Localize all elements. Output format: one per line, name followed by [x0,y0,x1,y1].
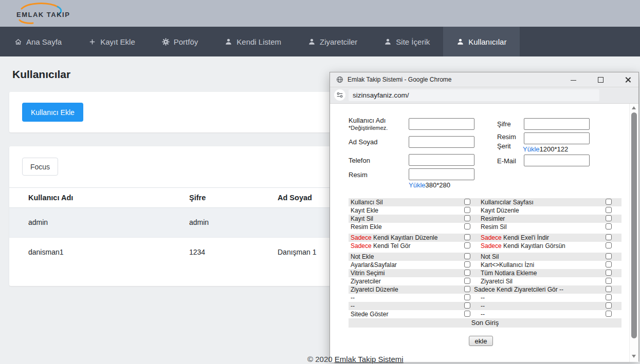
permission-label: Kullanıcı Sil [351,198,383,206]
cell-fullname: Danışman 1 [278,248,316,256]
popup-title-bar[interactable]: Emlak Takip Sistemi - Google Chrome [330,72,638,87]
permission-label: Sadece Kendi Ziyaretcileri Gör -- [474,285,563,294]
user-icon [456,38,464,46]
permission-row: Kayıt Ekle Kayıt Düzenle [349,206,621,215]
permission-checkbox[interactable] [464,311,470,317]
permission-checkbox[interactable] [464,207,470,213]
emlak-takip-logo[interactable]: EMLAK TAKIP [12,3,74,25]
scroll-up-icon[interactable] [632,106,636,109]
nav-item-kullanicilar[interactable]: Kullanıcılar [443,27,520,56]
permissions-grid: Kullanıcı Sil Kullanıcılar Sayfası Kayıt… [349,198,621,328]
permission-checkbox[interactable] [606,199,612,205]
banner-upload-line: Yükle1200*122 [523,145,568,153]
permission-checkbox[interactable] [464,215,470,221]
nav-item-kendi-listem[interactable]: Kendi Listem [211,27,295,56]
banner-upload-link[interactable]: Yükle [523,145,540,153]
cell-password: 1234 [189,248,205,256]
phone-label: Telefon [349,157,370,164]
permission-checkbox[interactable] [464,253,470,259]
nav-item-ziyaretciler[interactable]: Ziyaretciler [295,27,371,56]
minimize-icon[interactable] [570,76,577,83]
permission-label: Sadece Kendi Kayıtları Düzenle [351,234,437,242]
maximize-icon[interactable] [597,76,604,83]
nav-item-ana-sayfa[interactable]: Ana Sayfa [1,27,75,56]
banner-input[interactable] [524,132,590,144]
permission-label: Kayıt Sil [351,215,373,223]
permission-label: Ziyaretci Düzenle [351,285,398,294]
permission-checkbox[interactable] [464,278,470,284]
submit-button[interactable]: ekle [469,336,493,346]
image-upload-line: Yükle380*280 [409,181,450,189]
copyright-text: © 2020 [307,355,335,363]
popup-scrollbar[interactable] [629,104,638,362]
plus-icon [88,38,96,46]
nav-item-kayit-ekle[interactable]: Kayıt Ekle [75,27,149,56]
permission-label: Kullanıcılar Sayfası [481,198,534,206]
image-input[interactable] [409,168,474,180]
permission-row: Kayıt Sil Resimler [349,215,621,223]
column-header-username: Kullanıcı Adı [28,194,73,202]
username-input[interactable] [409,118,474,130]
permission-checkbox[interactable] [464,302,470,309]
permission-checkbox[interactable] [606,253,612,259]
focus-button[interactable]: Focus [22,158,58,176]
url-field[interactable]: sizinsayfaniz.com/ [349,89,599,101]
permission-row: Sadece Kendi Tel Gör Sadece Kendi Kayıtl… [349,242,621,250]
permission-checkbox[interactable] [606,261,612,267]
home-icon [14,38,22,46]
cell-username: danisman1 [28,248,64,256]
email-input[interactable] [524,155,590,166]
nav-item-portfoy[interactable]: Portföy [149,27,212,56]
close-icon[interactable] [625,76,631,83]
permission-row: Kullanıcı Sil Kullanıcılar Sayfası [349,198,621,206]
nav-item-site-icerik[interactable]: Site İçerik [371,27,443,56]
permission-checkbox[interactable] [606,286,612,292]
permission-checkbox[interactable] [464,270,470,276]
user-icon [225,38,232,46]
permission-checkbox[interactable] [606,278,612,284]
banner-label-line1: Resim [497,133,516,141]
add-user-button[interactable]: Kullanıcı Ekle [22,103,83,122]
permission-label: Ziyaretci Sil [481,277,513,285]
permission-row: Sadece Kendi Kayıtları Düzenle Sadece Ke… [349,234,621,242]
scroll-down-icon[interactable] [632,355,636,358]
nav-item-label: Kendi Listem [236,37,281,46]
phone-input[interactable] [409,154,474,166]
password-input[interactable] [524,118,590,130]
permission-label: -- [481,310,485,318]
permission-checkbox[interactable] [606,234,612,240]
banner-upload-size: 1200*122 [540,145,569,153]
permission-label: -- [481,294,485,302]
permission-checkbox[interactable] [606,311,612,317]
permission-checkbox[interactable] [464,199,470,205]
permission-checkbox[interactable] [464,242,470,248]
permission-checkbox[interactable] [464,261,470,267]
permission-label: Resimler [481,215,505,223]
fullname-input[interactable] [409,136,474,148]
permission-label: Not Ekle [351,253,374,261]
permission-checkbox[interactable] [464,234,470,240]
permission-checkbox[interactable] [606,302,612,309]
popup-window-title: Emlak Takip Sistemi - Google Chrome [348,76,452,83]
nav-item-label: Portföy [174,37,198,46]
popup-content: Kullanıcı Adı *Değiştirilemez. Ad Soyad … [330,104,638,362]
permission-row: Resim Ekle Resim Sil [349,223,621,231]
permission-label: Resim Sil [481,223,507,231]
permission-checkbox[interactable] [606,215,612,221]
permission-checkbox[interactable] [464,286,470,292]
permission-checkbox[interactable] [606,294,612,300]
image-upload-link[interactable]: Yükle [409,181,426,189]
email-label: E-Mail [497,157,516,165]
permission-label: Ziyaretciler [351,277,381,285]
site-info-icon[interactable] [334,89,345,101]
permission-checkbox[interactable] [606,207,612,213]
footer-site-link[interactable]: Emlak Takip Sistemi [335,355,404,363]
permission-checkbox[interactable] [606,242,612,248]
user-icon [308,38,316,46]
permission-checkbox[interactable] [606,223,612,229]
scrollbar-thumb[interactable] [631,112,637,338]
permission-checkbox[interactable] [464,294,470,300]
permission-checkbox[interactable] [606,270,612,276]
permission-checkbox[interactable] [464,223,470,229]
banner-label-line2: Şerit [497,142,511,150]
